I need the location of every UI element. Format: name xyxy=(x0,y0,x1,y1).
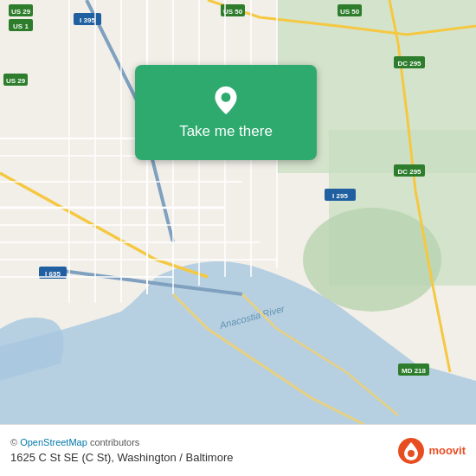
svg-text:DC 295: DC 295 xyxy=(397,60,421,68)
moovit-icon xyxy=(397,437,425,465)
svg-text:US 29: US 29 xyxy=(6,77,26,85)
moovit-logo: moovit xyxy=(397,437,466,465)
svg-text:DC 295: DC 295 xyxy=(397,168,421,176)
svg-point-46 xyxy=(408,450,415,457)
svg-text:US 1: US 1 xyxy=(13,23,29,30)
svg-text:I 395: I 395 xyxy=(80,16,95,24)
take-me-there-label: Take me there xyxy=(179,123,273,140)
map-container: I 395 I 695 US 50 US 50 US 29 US 1 DC 29… xyxy=(0,0,476,424)
attribution-prefix: © xyxy=(10,437,20,447)
take-me-there-button[interactable]: Take me there xyxy=(135,65,317,160)
moovit-text: moovit xyxy=(428,444,466,457)
svg-text:US 29: US 29 xyxy=(11,8,31,16)
map-svg: I 395 I 695 US 50 US 50 US 29 US 1 DC 29… xyxy=(0,0,476,424)
osm-link[interactable]: OpenStreetMap xyxy=(20,437,87,447)
attribution-suffix: contributors xyxy=(87,437,140,447)
svg-text:MD 218: MD 218 xyxy=(402,367,427,375)
address-line: 1625 C St SE (C St), Washington / Baltim… xyxy=(10,451,397,464)
location-pin-icon xyxy=(210,85,241,116)
svg-text:US 50: US 50 xyxy=(340,8,360,16)
svg-text:US 50: US 50 xyxy=(223,8,243,16)
svg-point-44 xyxy=(222,93,231,102)
svg-text:I 295: I 295 xyxy=(332,192,348,200)
footer: © OpenStreetMap contributors 1625 C St S… xyxy=(0,424,476,476)
footer-left: © OpenStreetMap contributors 1625 C St S… xyxy=(10,437,397,464)
osm-attribution: © OpenStreetMap contributors xyxy=(10,437,397,447)
